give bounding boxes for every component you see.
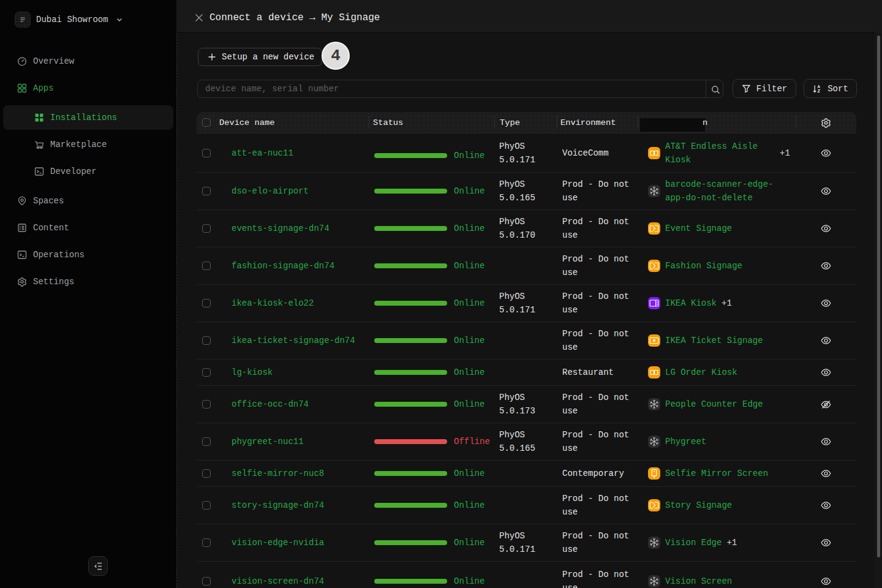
svg-text:2: 2	[654, 339, 655, 342]
